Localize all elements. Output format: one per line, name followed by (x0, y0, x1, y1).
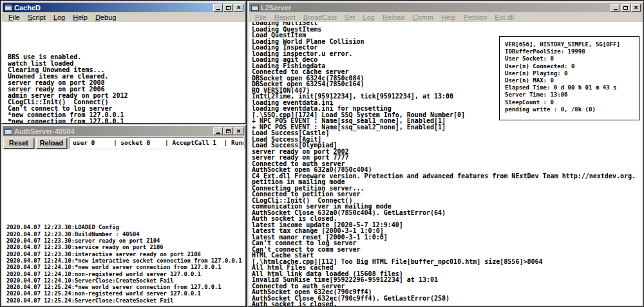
cached-window: CacheD × FileScriptLogHelpDebug BBS use … (1, 1, 247, 124)
l2server-window: L2Server × FileReportBroadCastSetLogRelo… (247, 1, 644, 307)
cached-menu-item[interactable]: Log (50, 14, 69, 21)
minimize-icon (216, 9, 220, 10)
l2server-window-title: L2Server (261, 4, 609, 12)
l2server-menubar: FileReportBroadCastSetLogReloadCommHelpP… (249, 13, 643, 22)
l2server-menu-item[interactable]: BroadCast (299, 14, 341, 21)
cached-menubar: FileScriptLogHelpDebug (2, 13, 245, 22)
close-icon: × (236, 128, 241, 135)
authserver-window-title: AuthServer-40504 (14, 127, 211, 135)
authserver-console: 2020.04.07 12:23.30:LOADED Config2020.04… (2, 149, 245, 306)
close-icon: × (236, 5, 241, 11)
l2server-stats-line: User(n) Connected: 0 (505, 63, 634, 70)
l2server-menu-item[interactable]: Help (437, 14, 460, 21)
l2server-window-controls: × (611, 4, 641, 12)
l2server-stats-line: User Socket: 0 (505, 55, 634, 62)
l2server-menu-item[interactable]: Log (359, 14, 378, 21)
l2server-stats-line: pending write : 0, /8k (0) (505, 106, 634, 113)
l2server-menu-item[interactable]: Set (341, 14, 359, 21)
l2server-titlebar[interactable]: L2Server × (249, 3, 642, 12)
l2server-stats-line: User(n) Playing: 0 (505, 70, 634, 77)
maximize-icon (226, 129, 231, 133)
reload-button[interactable]: Reload (36, 138, 67, 149)
l2server-log-line: Loading QuestItems (252, 26, 643, 33)
cached-menu-item[interactable]: Help (69, 14, 91, 21)
authserver-log-line: 2020.04.07 12:25.24:ServerClose:CreateSo… (6, 297, 245, 304)
maximize-button[interactable] (223, 127, 233, 135)
authserver-log-line: 2020.04.07 12:23.30:server ready on port… (6, 237, 245, 244)
authserver-status-bar: user 0 | socket 0 | AcceptCall 1 | Runni… (69, 137, 244, 149)
authserver-toolbar: Reset Reload user 0 | socket 0 | AcceptC… (2, 136, 245, 149)
close-icon: × (634, 5, 638, 11)
minimize-icon (216, 133, 220, 134)
authserver-window: AuthServer-40504 × Reset Reload user 0 |… (1, 124, 247, 307)
authserver-log-line: 2020.04.07 12:24.10:ServerClose:CreateSo… (6, 277, 245, 284)
maximize-button[interactable] (223, 4, 233, 12)
authserver-log-line: 2020.04.07 12:23.30:LOADED Config (6, 224, 245, 230)
l2server-menu-item[interactable]: Report (270, 14, 299, 21)
authserver-log-line: 2020.04.07 12:24.10:non-registered world… (6, 271, 245, 277)
authserver-window-controls: × (213, 127, 243, 135)
l2server-stats-line: Server Time: 13:06 (505, 91, 634, 98)
authserver-log-line: 2020.04.07 12:23.30:interactive server r… (6, 251, 245, 257)
l2server-menu-item[interactable]: Petition (460, 14, 491, 21)
l2server-stats-line: VER[656], HISTORY_SIMPLE, SG[OFF] (505, 41, 634, 48)
cached-app-icon (5, 5, 12, 11)
l2server-menu-item[interactable]: File (251, 14, 270, 21)
cached-log-line: *new connection from 127.0.0.1 (8, 118, 245, 123)
close-button[interactable]: × (234, 4, 243, 12)
cached-console: BBS use is enabled.watch list loadedClea… (2, 22, 245, 123)
cached-menu-item[interactable]: Debug (91, 14, 120, 21)
cached-window-title: CacheD (14, 4, 211, 12)
authserver-log-line: 2020.04.07 12:24.10:*new interactive soc… (6, 257, 245, 264)
l2server-stats-line: User(n) MAX: 0 (505, 77, 634, 84)
authserver-log-line: 2020.04.07 12:24.10:*new world server co… (6, 264, 245, 270)
cached-titlebar[interactable]: CacheD × (3, 3, 245, 12)
l2server-app-icon (251, 5, 259, 11)
l2server-stats-line: Elapsed Time: 0 d 00 h 01 m 43 s (505, 84, 634, 91)
authserver-log-line: 2020.04.07 12:25.24:*new world server co… (6, 284, 245, 290)
authserver-log-line: 2020.04.07 12:25.24:non-registered world… (6, 290, 245, 297)
close-button[interactable]: × (631, 4, 641, 12)
l2server-menu-item[interactable]: Reload (379, 14, 409, 21)
l2server-menu-item[interactable]: Ext.dll (491, 14, 518, 21)
minimize-button[interactable] (213, 4, 223, 12)
minimize-button[interactable] (611, 4, 620, 12)
close-button[interactable]: × (234, 127, 243, 135)
maximize-button[interactable] (621, 4, 630, 12)
l2server-stats-line: SleepCount : 0 (505, 99, 634, 106)
minimize-icon (614, 9, 618, 10)
minimize-button[interactable] (213, 127, 223, 135)
l2server-stats-line: IOBufferPoolSize: 19998 (505, 48, 634, 55)
cached-menu-item[interactable]: Script (24, 14, 50, 21)
authserver-titlebar[interactable]: AuthServer-40504 × (3, 126, 245, 136)
l2server-log-line: Auth socket is closed. (252, 301, 643, 306)
l2server-menu-item[interactable]: Comm (409, 14, 437, 21)
maximize-icon (226, 6, 231, 10)
maximize-icon (623, 6, 628, 10)
l2server-stats-panel: VER[656], HISTORY_SIMPLE, SG[OFF]IOBuffe… (499, 36, 639, 120)
cached-menu-item[interactable]: File (5, 14, 24, 21)
reset-button[interactable]: Reset (3, 138, 34, 149)
l2server-console: Loading MultiSellLoading QuestItemsLoad … (249, 22, 643, 306)
authserver-log-line: 2020.04.07 12:23.30:BuildNumber : 40504 (6, 231, 245, 237)
authserver-app-icon (5, 128, 12, 135)
cached-window-controls: × (213, 4, 243, 12)
authserver-log-line: 2020.04.07 12:23.30:service ready on por… (6, 244, 245, 250)
